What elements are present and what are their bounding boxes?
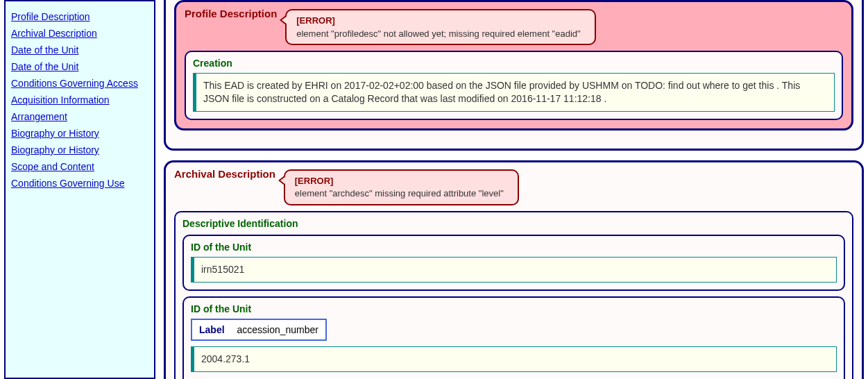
did-block: Descriptive Identification ID of the Uni… [174,211,853,379]
creation-text: This EAD is created by EHRI on 2017-02-0… [193,73,835,112]
error-message: element "profiledesc" not allowed yet; m… [296,28,580,39]
did-title: Descriptive Identification [182,218,845,229]
nav-link[interactable]: Scope and Content [11,161,148,172]
unitid-block-2: ID of the Unit Label accession_number 20… [182,296,845,379]
creation-title: Creation [193,58,835,69]
nav-link[interactable]: Conditions Governing Access [11,78,148,89]
label-attr-box: Label accession_number [191,319,327,341]
nav-link[interactable]: Acquisition Information [11,94,148,106]
unitid-block-1: ID of the Unit irn515021 [182,235,845,291]
unitid1-value: irn515021 [191,257,837,283]
nav-link[interactable]: Arrangement [11,111,148,122]
nav-link[interactable]: Date of the Unit [11,61,148,72]
error-message: element "archdesc" missing required attr… [295,188,504,199]
archival-description-block: Archival Description [ERROR] element "ar… [164,160,864,379]
outer-container-cut: Profile Description [ERROR] element "pro… [164,0,864,151]
archdesc-title: Archival Description [174,168,280,180]
nav-link[interactable]: Archival Description [11,28,148,39]
nav-link[interactable]: Biography or History [11,128,148,139]
profile-description-block: Profile Description [ERROR] element "pro… [174,0,853,130]
unitid2-title: ID of the Unit [191,303,837,314]
label-key: Label [199,324,225,335]
nav-link[interactable]: Profile Description [11,11,148,22]
nav-link[interactable]: Biography or History [11,144,148,155]
creation-block: Creation This EAD is created by EHRI on … [185,51,843,120]
profile-error-box: [ERROR] element "profiledesc" not allowe… [285,9,595,45]
profile-title: Profile Description [185,8,281,19]
unitid1-title: ID of the Unit [191,242,837,253]
error-label: [ERROR] [295,175,504,187]
label-value: accession_number [237,324,318,335]
nav-link[interactable]: Date of the Unit [11,44,148,56]
archdesc-error-box: [ERROR] element "archdesc" missing requi… [284,169,519,205]
sidebar-nav: Profile Description Archival Description… [4,0,155,379]
main-content: Profile Description [ERROR] element "pro… [160,0,868,379]
nav-link[interactable]: Conditions Governing Use [11,178,148,189]
unitid2-value: 2004.273.1 [191,346,837,372]
error-label: [ERROR] [296,15,580,27]
